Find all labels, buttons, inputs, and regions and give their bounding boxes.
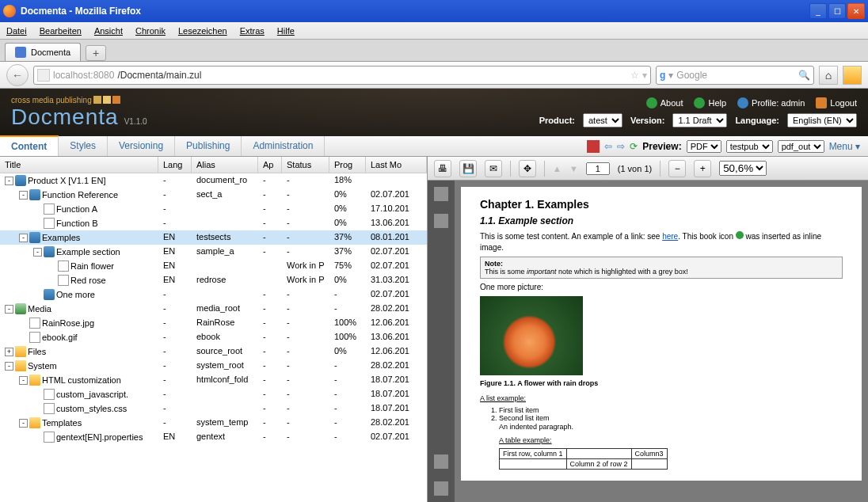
col-status[interactable]: Status [282, 157, 329, 173]
search-icon[interactable]: 🔍 [798, 70, 810, 81]
tree-row[interactable]: ebook.gif-ebook--100%13.06.201 [0, 330, 427, 344]
col-alias[interactable]: Alias [192, 157, 258, 173]
tree-row[interactable]: -ExamplesENtestsects--37%08.01.201 [0, 230, 427, 245]
toggle-icon[interactable]: - [19, 419, 28, 428]
toggle-icon[interactable]: - [19, 234, 28, 242]
dropdown-icon[interactable]: ▾ [642, 70, 647, 81]
logout-link[interactable]: Logout [816, 97, 857, 108]
menu-datei[interactable]: Datei [6, 26, 27, 36]
tree-row[interactable]: -Templates-system_temp---28.02.201 [0, 416, 427, 430]
tree-row[interactable]: Red roseENredroseWork in P0%31.03.201 [0, 273, 427, 287]
cell-mod: 02.07.201 [366, 260, 427, 272]
attachments-icon[interactable] [434, 481, 448, 496]
tree-row[interactable]: -Product X [V1.1 EN]-document_ro--18% [0, 173, 427, 188]
toggle-icon[interactable]: - [33, 248, 42, 257]
menu-link[interactable]: Menu ▾ [829, 141, 860, 152]
print-button[interactable]: 🖶 [434, 160, 451, 177]
tree-body[interactable]: -Product X [V1.1 EN]-document_ro--18%-Fu… [0, 173, 427, 502]
toggle-icon[interactable]: - [5, 362, 13, 371]
about-link[interactable]: About [646, 97, 683, 108]
back-button[interactable]: ← [6, 64, 29, 86]
tree-row[interactable]: custom_javascript.----18.07.201 [0, 387, 427, 401]
toggle-icon[interactable]: - [5, 305, 13, 314]
browser-navbar: ← localhost:8080 /Docmenta/main.zul ☆ ▾ … [0, 62, 868, 89]
preview-pub-select[interactable]: testpub [726, 140, 773, 153]
node-title: Rain flower [70, 261, 114, 271]
menu-ansicht[interactable]: Ansicht [94, 26, 123, 36]
comments-icon[interactable] [434, 454, 448, 469]
here-link[interactable]: here [662, 232, 678, 241]
tab-administration[interactable]: Administration [242, 136, 325, 156]
tree-row[interactable]: Function A---0%17.10.201 [0, 202, 427, 216]
tab-content[interactable]: Content [0, 135, 59, 156]
menu-extras[interactable]: Extras [240, 26, 265, 36]
tree-row[interactable]: -Function Reference-sect_a--0%02.07.201 [0, 188, 427, 202]
tree-row[interactable]: +Files-source_root--0%12.06.201 [0, 344, 427, 359]
pdf-viewport[interactable]: Chapter 1. Examples 1.1. Example section… [455, 181, 868, 502]
tree-row[interactable]: One more----02.07.201 [0, 287, 427, 302]
tree-row[interactable]: custom_styles.css----18.07.201 [0, 401, 427, 416]
pdf-icon[interactable] [587, 140, 600, 153]
col-prog[interactable]: Prog [329, 157, 366, 173]
tab-publishing[interactable]: Publishing [175, 136, 242, 156]
cell-status: - [282, 288, 329, 301]
preview-out-select[interactable]: pdf_out [778, 140, 824, 153]
toggle-icon [33, 219, 42, 228]
zoom-in-button[interactable]: + [694, 160, 711, 177]
url-box[interactable]: localhost:8080 /Docmenta/main.zul ☆ ▾ [33, 66, 651, 85]
browser-tab[interactable]: Docmenta [5, 43, 81, 61]
menu-bearbeiten[interactable]: Bearbeiten [40, 26, 82, 36]
bookmarks-icon[interactable] [434, 214, 448, 228]
tree-row[interactable]: -System-system_root---28.02.201 [0, 359, 427, 373]
refresh-icon[interactable]: ⟳ [630, 141, 638, 152]
tree-row[interactable]: Rain flowerENWork in P75%02.07.201 [0, 259, 427, 273]
help-link[interactable]: Help [694, 97, 726, 108]
tab-title: Docmenta [31, 48, 70, 57]
home-button[interactable]: ⌂ [819, 66, 838, 85]
minimize-button[interactable]: _ [809, 3, 827, 19]
col-lang[interactable]: Lang [158, 157, 192, 173]
col-mod[interactable]: Last Mo [366, 157, 427, 173]
search-box[interactable]: g▾ Google 🔍 [656, 66, 814, 85]
tree-row[interactable]: -HTML customization-htmlconf_fold---18.0… [0, 373, 427, 387]
node-title: Example section [56, 247, 120, 257]
page-input[interactable] [586, 162, 610, 175]
tree-row[interactable]: RainRose.jpg-RainRose--100%12.06.201 [0, 316, 427, 330]
toggle-icon[interactable]: + [5, 348, 13, 356]
product-select[interactable]: atest [583, 113, 622, 127]
toggle-icon[interactable]: - [5, 177, 13, 185]
version-select[interactable]: 1.1 Draft [672, 113, 727, 127]
zoom-select[interactable]: 50,6% [719, 161, 767, 176]
tree-row[interactable]: Function B---0%13.06.201 [0, 216, 427, 230]
maximize-button[interactable]: ☐ [828, 3, 846, 19]
thumbnails-icon[interactable] [434, 187, 448, 201]
new-tab-button[interactable]: + [86, 45, 106, 61]
col-ap[interactable]: Ap [258, 157, 282, 173]
nav-forward-icon[interactable]: ⇨ [617, 141, 625, 152]
profile-link[interactable]: Profile: admin [737, 97, 805, 108]
zoom-out-button[interactable]: − [668, 160, 686, 177]
page-up-icon[interactable]: ▲ [553, 164, 562, 173]
tree-row[interactable]: gentext[EN].propertiesENgentext---02.07.… [0, 430, 427, 444]
toggle-icon[interactable]: - [19, 376, 28, 385]
menu-lesezeichen[interactable]: Lesezeichen [178, 26, 227, 36]
toggle-icon[interactable]: - [19, 191, 28, 200]
nav-back-icon[interactable]: ⇦ [604, 141, 612, 152]
tab-styles[interactable]: Styles [59, 136, 108, 156]
mail-button[interactable]: ✉ [485, 160, 502, 177]
tree-row[interactable]: -Media-media_root---28.02.201 [0, 302, 427, 316]
close-button[interactable]: ✕ [847, 3, 865, 19]
tab-versioning[interactable]: Versioning [108, 136, 175, 156]
page-down-icon[interactable]: ▼ [569, 164, 578, 173]
select-button[interactable]: ✥ [519, 160, 536, 177]
preview-type-select[interactable]: PDF [687, 140, 721, 153]
save-button[interactable]: 💾 [459, 160, 477, 177]
menu-hilfe[interactable]: Hilfe [277, 26, 295, 36]
col-title[interactable]: Title [0, 157, 158, 173]
tree-row[interactable]: -Example sectionENsample_a--37%02.07.201 [0, 245, 427, 259]
language-select[interactable]: English (EN) [787, 113, 857, 127]
bookmark-star-icon[interactable]: ☆ [630, 70, 639, 81]
bookmarks-button[interactable] [843, 66, 862, 85]
cell-prog: - [329, 302, 366, 315]
menu-chronik[interactable]: Chronik [135, 26, 166, 36]
